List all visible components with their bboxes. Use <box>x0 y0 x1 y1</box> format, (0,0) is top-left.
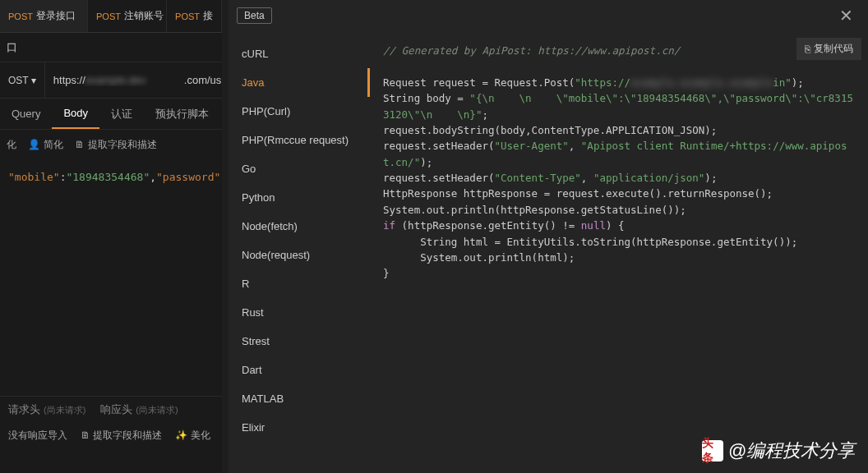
lang-go[interactable]: Go <box>229 154 370 183</box>
page-title-fragment: 口 <box>7 40 17 55</box>
watermark-logo: 头条 <box>702 440 723 462</box>
doc-icon: 🗎 <box>75 139 85 150</box>
code-generator-modal: Beta ✕ cURL Java PHP(Curl) PHP(Rmccue re… <box>229 0 868 473</box>
url-input[interactable]: https://example.dev.com/us <box>45 74 222 86</box>
code-content[interactable]: // Generated by ApiPost: https://www.api… <box>370 31 868 293</box>
lang-dart[interactable]: Dart <box>229 356 370 384</box>
beta-badge: Beta <box>237 7 272 24</box>
modal-header: Beta ✕ <box>229 0 868 31</box>
request-tabs: POST 登录接口 POST 注销账号 POST 接 <box>0 0 222 33</box>
watermark-text: @编程技术分享 <box>728 439 855 463</box>
lang-rust[interactable]: Rust <box>229 298 370 327</box>
body-toolbar: 化 👤简化 🗎提取字段和描述 <box>0 130 222 159</box>
lang-python[interactable]: Python <box>229 183 370 212</box>
language-list: cURL Java PHP(Curl) PHP(Rmccue request) … <box>229 31 370 473</box>
tab-prescript[interactable]: 预执行脚本 <box>144 99 220 129</box>
person-icon: 👤 <box>28 139 40 150</box>
method-badge: POST <box>8 11 33 21</box>
lang-curl[interactable]: cURL <box>229 39 370 68</box>
close-button[interactable]: ✕ <box>833 2 860 29</box>
lang-elixir[interactable]: Elixir <box>229 413 370 442</box>
lang-node-fetch[interactable]: Node(fetch) <box>229 212 370 241</box>
tab-res-headers[interactable]: 响应头(尚未请求) <box>100 402 178 417</box>
url-row: OST ▾ https://example.dev.com/us <box>0 62 222 99</box>
lang-matlab[interactable]: MATLAB <box>229 384 370 413</box>
method-select[interactable]: OST ▾ <box>0 62 45 98</box>
method-badge: POST <box>96 11 121 21</box>
sparkle-icon: ✨ <box>175 429 187 441</box>
response-toolbar: 没有响应导入 🗎 提取字段和描述 ✨ 美化 <box>0 422 222 448</box>
toolbar-extract[interactable]: 🗎提取字段和描述 <box>75 138 157 152</box>
copy-icon: ⎘ <box>805 44 810 55</box>
body-editor[interactable]: "mobile":"18948354468","password":"cr8 <box>0 159 222 195</box>
tab-logout[interactable]: POST 注销账号 <box>88 0 167 32</box>
toolbar-simplify[interactable]: 👤简化 <box>28 138 63 152</box>
url-blurred: example.dev <box>85 74 184 86</box>
code-panel: ⎘复制代码 // Generated by ApiPost: https://w… <box>370 31 868 473</box>
beautify[interactable]: ✨ 美化 <box>175 429 210 443</box>
tab-body[interactable]: Body <box>52 99 99 129</box>
modal-body: cURL Java PHP(Curl) PHP(Rmccue request) … <box>229 31 868 473</box>
tab-query[interactable]: Query <box>0 99 52 129</box>
tab-auth[interactable]: 认证 <box>99 99 144 129</box>
copy-code-button[interactable]: ⎘复制代码 <box>796 38 861 60</box>
extract-fields[interactable]: 🗎 提取字段和描述 <box>81 429 162 443</box>
no-response-import[interactable]: 没有响应导入 <box>8 429 67 443</box>
tab-label: 注销账号 <box>124 9 164 23</box>
tab-req-headers[interactable]: 请求头(尚未请求) <box>8 402 85 417</box>
main-panel: POST 登录接口 POST 注销账号 POST 接 口 OST ▾ https… <box>0 0 222 473</box>
tab-overflow[interactable]: POST 接 <box>167 0 222 32</box>
tab-label: 接 <box>203 9 213 23</box>
lang-java[interactable]: Java <box>229 68 370 97</box>
lang-php-curl[interactable]: PHP(Curl) <box>229 97 370 126</box>
lang-node-request[interactable]: Node(request) <box>229 241 370 269</box>
response-tabs: 请求头(尚未请求) 响应头(尚未请求) <box>0 396 222 422</box>
watermark: 头条 @编程技术分享 <box>702 439 855 463</box>
method-badge: POST <box>175 11 200 21</box>
tab-login[interactable]: POST 登录接口 <box>0 0 88 32</box>
request-subtabs: Query Body 认证 预执行脚本 <box>0 99 222 130</box>
toolbar-format[interactable]: 化 <box>7 138 16 152</box>
doc-icon: 🗎 <box>81 429 90 441</box>
lang-php-rmccue[interactable]: PHP(Rmccue request) <box>229 126 370 154</box>
tab-label: 登录接口 <box>36 9 76 23</box>
lang-r[interactable]: R <box>229 269 370 298</box>
lang-strest[interactable]: Strest <box>229 327 370 356</box>
title-row: 口 <box>0 33 222 62</box>
close-icon: ✕ <box>839 7 853 25</box>
